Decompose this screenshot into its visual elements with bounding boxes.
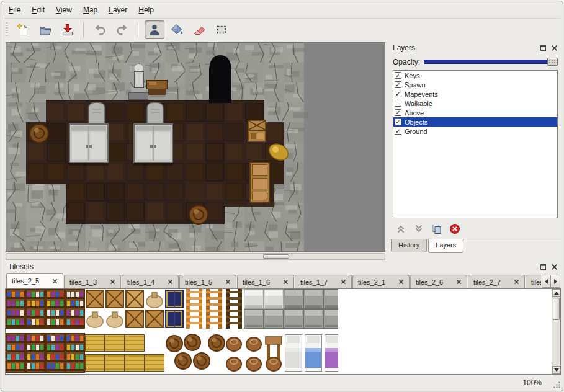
layer-actions <box>395 222 461 236</box>
tileset-tab-label: tiles_ <box>531 278 541 286</box>
tilesets-panel-title: Tilesets <box>8 262 34 271</box>
layer-label: Keys <box>405 72 419 79</box>
tileset-tab-tiles_1_4[interactable]: tiles_1_4 <box>122 275 179 288</box>
layer-row-spawn[interactable]: ✓Spawn <box>393 80 557 89</box>
close-panel-icon[interactable] <box>550 43 559 53</box>
tileset-tab-tiles_1_5[interactable]: tiles_1_5 <box>179 275 236 288</box>
scroll-down-button[interactable] <box>552 366 560 374</box>
menu-layer[interactable]: Layer <box>104 4 132 16</box>
map-horizontal-scrollbar[interactable] <box>6 253 385 260</box>
tileset-tab-tiles_1_3[interactable]: tiles_1_3 <box>64 275 121 288</box>
tabs-scroll-right-button[interactable] <box>551 275 560 288</box>
statusbar: 100% <box>1 375 563 391</box>
float-panel-icon[interactable] <box>539 43 548 53</box>
save-button[interactable] <box>58 20 78 39</box>
layer-row-keys[interactable]: ✓Keys <box>393 71 557 80</box>
raise-layer-button[interactable] <box>395 223 407 235</box>
tab-close-icon[interactable] <box>283 279 289 285</box>
toolbar-separator <box>83 22 84 38</box>
new-file-button[interactable] <box>13 20 33 39</box>
tileset-canvas[interactable] <box>6 289 338 373</box>
tileset-tab-label: tiles_2_7 <box>473 278 501 286</box>
menu-edit[interactable]: Edit <box>27 4 50 16</box>
tilesets-panel-header: Tilesets <box>5 261 561 272</box>
tileset-tab-tiles_2_1[interactable]: tiles_2_1 <box>352 275 410 288</box>
layer-row-ground[interactable]: ✓Ground <box>393 127 557 136</box>
scroll-up-button[interactable] <box>552 289 560 297</box>
fill-tool-button[interactable] <box>167 20 187 39</box>
eraser-tool-icon <box>192 23 206 37</box>
tileset-tab-tiles_2_7[interactable]: tiles_2_7 <box>468 275 525 288</box>
layer-row-walkable[interactable]: Walkable <box>393 99 557 108</box>
dock-tab-history[interactable]: History <box>391 239 427 252</box>
tileset-vertical-scrollbar[interactable] <box>552 289 560 374</box>
redo-button[interactable] <box>112 20 132 39</box>
float-panel-icon[interactable] <box>539 262 548 272</box>
tab-close-icon[interactable] <box>110 279 115 285</box>
layer-visibility-checkbox[interactable]: ✓ <box>395 109 401 116</box>
tileset-tab-label: tiles_1_3 <box>69 278 97 286</box>
resize-grip[interactable] <box>553 381 561 389</box>
select-tool-icon <box>215 23 228 37</box>
up-arrow-icon <box>554 292 559 295</box>
opacity-row: Opacity: <box>393 56 558 67</box>
opacity-slider[interactable] <box>424 57 558 66</box>
tileset-tab-tiles_1_7[interactable]: tiles_1_7 <box>295 275 352 288</box>
menu-map[interactable]: Map <box>78 4 102 16</box>
open-folder-button[interactable] <box>35 20 55 39</box>
layer-visibility-checkbox[interactable]: ✓ <box>395 128 401 135</box>
scrollbar-handle[interactable] <box>263 254 289 259</box>
menu-help[interactable]: Help <box>133 4 159 16</box>
layer-label: Mapevents <box>405 91 438 98</box>
new-file-icon <box>16 23 30 37</box>
layer-label: Walkable <box>405 100 432 107</box>
select-tool-button[interactable] <box>212 20 231 39</box>
menu-view[interactable]: View <box>51 4 77 16</box>
tileset-tab-label: tiles_2_5 <box>12 277 39 285</box>
stamp-tool-button[interactable] <box>145 20 164 39</box>
duplicate-layer-button[interactable] <box>431 223 443 235</box>
fill-tool-icon <box>170 23 184 37</box>
eraser-tool-button[interactable] <box>189 20 209 39</box>
layer-visibility-checkbox[interactable]: ✓ <box>395 81 401 88</box>
layers-panel: Layers Opacity: ✓Keys✓Spawn✓MapeventsWal… <box>390 42 561 254</box>
tileset-tab-label: tiles_1_4 <box>127 278 154 286</box>
map-canvas[interactable] <box>6 43 385 251</box>
layer-row-mapevents[interactable]: ✓Mapevents <box>393 89 557 99</box>
tab-close-icon[interactable] <box>456 279 462 285</box>
delete-layer-button[interactable] <box>449 223 461 235</box>
dock-tabbar: HistoryLayers <box>390 239 561 254</box>
tab-close-icon[interactable] <box>168 279 173 285</box>
down-arrow-icon <box>554 368 559 372</box>
tab-close-icon[interactable] <box>341 279 346 285</box>
tileset-tab-tiles_2_6[interactable]: tiles_2_6 <box>410 275 467 288</box>
layer-row-objects[interactable]: ✓Objects <box>393 117 557 127</box>
layer-label: Objects <box>405 118 427 126</box>
tabs-scroll-left-button[interactable] <box>542 275 551 288</box>
layer-visibility-checkbox[interactable]: ✓ <box>395 72 401 79</box>
menubar: FileEditViewMapLayerHelp <box>4 3 560 17</box>
tileset-tab-label: tiles_2_1 <box>358 278 385 286</box>
menu-file[interactable]: File <box>4 4 25 16</box>
layer-visibility-checkbox[interactable]: ✓ <box>395 91 401 97</box>
tileset-viewport <box>5 288 561 375</box>
layer-visibility-checkbox[interactable]: ✓ <box>395 118 401 125</box>
layer-label: Ground <box>405 128 427 135</box>
close-panel-icon[interactable] <box>550 262 559 272</box>
undo-button[interactable] <box>90 20 110 39</box>
scrollbar-handle[interactable] <box>553 298 560 320</box>
tileset-tabbar: tiles_2_5tiles_1_3tiles_1_4tiles_1_5tile… <box>5 272 561 288</box>
tileset-tab-tiles_[interactable]: tiles_ <box>526 275 541 288</box>
lower-layer-button[interactable] <box>413 223 425 235</box>
tab-close-icon[interactable] <box>514 279 519 285</box>
layer-visibility-checkbox[interactable] <box>395 100 401 107</box>
tab-close-icon[interactable] <box>52 278 58 284</box>
tab-close-icon[interactable] <box>398 279 404 285</box>
layer-row-above[interactable]: ✓Above <box>393 108 557 117</box>
tileset-tab-tiles_1_6[interactable]: tiles_1_6 <box>237 275 294 288</box>
opacity-slider-handle[interactable] <box>547 58 558 66</box>
toolbar-drag-handle[interactable] <box>6 22 8 37</box>
tileset-tab-tiles_2_5[interactable]: tiles_2_5 <box>6 273 63 288</box>
dock-tab-layers[interactable]: Layers <box>428 239 463 253</box>
tab-close-icon[interactable] <box>225 279 231 285</box>
